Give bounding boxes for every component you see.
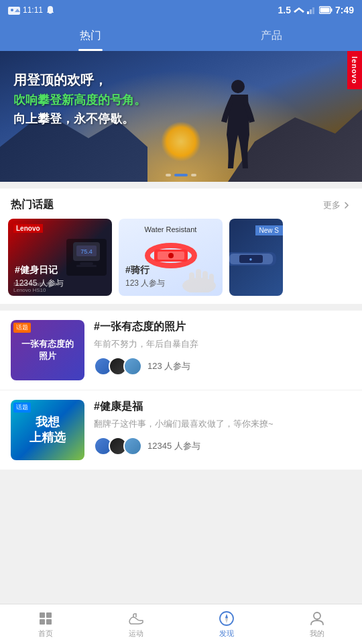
- dot-3[interactable]: [191, 174, 196, 176]
- avatar-3: [123, 357, 142, 376]
- scale-image: 75.4: [66, 239, 107, 276]
- lenovo-label: Lenovo: [13, 224, 43, 233]
- svg-rect-33: [46, 619, 52, 625]
- svg-point-37: [314, 612, 320, 619]
- topic-avatars-1: 123 人参与: [94, 357, 351, 376]
- sun-decoration: [161, 121, 201, 162]
- more-button[interactable]: 更多: [323, 199, 351, 211]
- thumb-overlay-1: 一张有态度的照片: [11, 320, 84, 380]
- time-left: 11:11: [23, 5, 43, 15]
- svg-rect-32: [40, 619, 45, 625]
- photo-icon: [8, 5, 20, 15]
- hot-topics-header: 热门话题 更多: [0, 189, 362, 219]
- topic-thumb-2: 话题 我想上精选: [11, 400, 84, 460]
- svg-rect-24: [202, 271, 208, 288]
- thumb-overlay-2: 我想上精选: [11, 400, 84, 460]
- nav-discover-label: 发现: [219, 629, 234, 639]
- chevron-right-icon: [342, 201, 351, 210]
- topic-desc-2: 翻牌子这件事，小编们最喜欢做了，等你来撩~: [94, 418, 351, 430]
- person-silhouette: [215, 74, 261, 182]
- list-item-2[interactable]: 话题 我想上精选 #健康是福 翻牌子这件事，小编们最喜欢做了，等你来撩~ 123…: [0, 390, 362, 470]
- shoe-icon: [128, 610, 144, 627]
- nav-home[interactable]: 首页: [0, 604, 90, 644]
- device-label: Smart Health ScaleLenovo HS10: [13, 281, 60, 293]
- topic-avatars-2: 12345 人参与: [94, 437, 351, 455]
- dot-2[interactable]: [174, 174, 188, 176]
- status-bar: 11:11 1.5 7:49: [0, 0, 362, 20]
- signal-icon: [307, 6, 316, 14]
- svg-rect-23: [196, 269, 201, 288]
- svg-rect-6: [310, 9, 312, 14]
- nav-mine[interactable]: 我的: [272, 604, 362, 644]
- banner[interactable]: 用登顶的欢呼， 吹响攀登新高度的号角。 向上攀登，永不停歇。 lenovo: [0, 51, 362, 182]
- wristband-image: ●: [229, 239, 283, 279]
- topic-title-1: #一张有态度的照片: [94, 320, 351, 334]
- tab-products[interactable]: 产品: [181, 20, 362, 51]
- svg-marker-4: [294, 7, 304, 13]
- list-item-1[interactable]: 话题 一张有态度的照片 #一张有态度的照片 年前不努力，年后自暴自弃 123 人…: [0, 311, 362, 390]
- svg-rect-15: [80, 262, 93, 265]
- status-left: 11:11: [8, 5, 55, 15]
- svg-rect-22: [189, 272, 194, 289]
- battery-icon: [319, 6, 333, 14]
- nav-sports-label: 运动: [129, 629, 143, 639]
- new-badge: New S: [255, 225, 283, 235]
- signal-strength: 1.5: [278, 5, 291, 15]
- topic-card-2-text: #骑行 123 人参与: [125, 264, 165, 289]
- topic-card-2[interactable]: Water Resistant: [119, 219, 223, 296]
- grid-icon: [38, 610, 54, 627]
- svg-rect-30: [40, 612, 45, 618]
- svg-point-1: [11, 9, 13, 11]
- water-resistant-label: Water Resistant: [145, 225, 197, 233]
- user-icon: [309, 610, 325, 627]
- topics-scroll: Lenovo 75.4 #健身日记 12345 人参与: [0, 219, 362, 304]
- nav-home-label: 首页: [38, 629, 53, 639]
- hand-image: [179, 266, 219, 292]
- list-topics-section: 话题 一张有态度的照片 #一张有态度的照片 年前不努力，年后自暴自弃 123 人…: [0, 311, 362, 470]
- compass-icon: [219, 610, 235, 627]
- svg-rect-10: [320, 8, 329, 13]
- nav-sports[interactable]: 运动: [90, 604, 181, 644]
- nav-mine-label: 我的: [310, 629, 324, 639]
- hot-topics-title: 热门话题: [11, 198, 54, 212]
- status-right: 1.5 7:49: [278, 5, 355, 15]
- tab-hot[interactable]: 热门: [0, 20, 181, 51]
- topic-card-3[interactable]: New S ●: [229, 219, 283, 296]
- wifi-icon: [294, 6, 304, 14]
- svg-marker-36: [225, 618, 228, 623]
- topic-count-1: 123 人参与: [147, 360, 190, 372]
- hot-topics-section: 热门话题 更多 Lenovo 75.4: [0, 189, 362, 304]
- tab-bar: 热门 产品: [0, 20, 362, 51]
- topic-count-2: 12345 人参与: [147, 440, 200, 452]
- nav-discover[interactable]: 发现: [181, 604, 272, 644]
- svg-text:●: ●: [249, 256, 253, 262]
- bottom-nav: 首页 运动 发现 我的: [0, 604, 362, 644]
- svg-rect-7: [312, 7, 314, 14]
- svg-rect-16: [76, 265, 97, 267]
- topic-card-1[interactable]: Lenovo 75.4 #健身日记 12345 人参与: [8, 219, 112, 296]
- svg-rect-31: [46, 612, 52, 618]
- svg-text:75.4: 75.4: [80, 248, 93, 255]
- topic-desc-1: 年前不努力，年后自暴自弃: [94, 338, 351, 350]
- topic-info-1: #一张有态度的照片 年前不努力，年后自暴自弃 123 人参与: [94, 320, 351, 376]
- lenovo-badge: lenovo: [347, 51, 362, 89]
- main-content: 用登顶的欢呼， 吹响攀登新高度的号角。 向上攀登，永不停歇。 lenovo 热门…: [0, 51, 362, 604]
- svg-rect-9: [330, 9, 332, 12]
- topic-info-2: #健康是福 翻牌子这件事，小编们最喜欢做了，等你来撩~ 12345 人参与: [94, 400, 351, 455]
- banner-text: 用登顶的欢呼， 吹响攀登新高度的号角。 向上攀登，永不停歇。: [13, 71, 146, 127]
- banner-dots: [166, 174, 196, 176]
- svg-point-11: [231, 80, 245, 93]
- avatar-6: [123, 437, 142, 455]
- dot-1[interactable]: [166, 174, 171, 176]
- topic-thumb-1: 话题 一张有态度的照片: [11, 320, 84, 380]
- time-right: 7:49: [335, 5, 354, 15]
- svg-rect-25: [209, 274, 214, 288]
- topic-title-2: #健康是福: [94, 400, 351, 414]
- svg-rect-5: [307, 11, 309, 14]
- svg-point-20: [168, 253, 174, 258]
- notification-icon: [46, 5, 55, 15]
